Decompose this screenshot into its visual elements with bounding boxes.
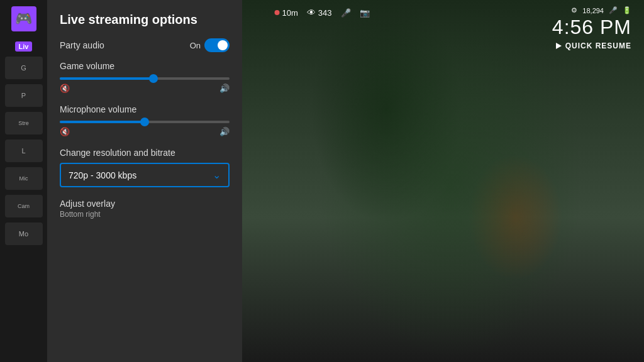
game-volume-icons: 🔇 🔊 xyxy=(60,84,230,93)
sidebar-item-4[interactable]: Mic xyxy=(5,167,43,190)
sidebar-item-5[interactable]: Cam xyxy=(5,195,43,217)
live-streaming-panel: Live streaming options Party audio On Ga… xyxy=(47,0,242,362)
twitch-logo: 🎮 xyxy=(11,6,36,31)
sidebar-item-3[interactable]: L xyxy=(5,140,43,162)
panel-title: Live streaming options xyxy=(60,13,230,27)
viewer-count: 👁 343 xyxy=(307,8,332,18)
sidebar-item-0[interactable]: G xyxy=(5,57,43,79)
game-volume-fill xyxy=(60,77,153,80)
sidebar-item-2[interactable]: Stre xyxy=(5,112,43,134)
sidebar: 🎮 Liv G P Stre L Mic Cam Mo xyxy=(0,0,47,362)
mic-icon: 🎤 xyxy=(341,8,351,18)
battery-icon: 🔋 xyxy=(623,6,631,14)
camera-icon: 📷 xyxy=(360,8,370,18)
overlay-title: Adjust overlay xyxy=(60,199,230,209)
score-icon: ⚙ xyxy=(571,6,577,14)
status-row: ⚙ 18,294 🎤 🔋 xyxy=(552,6,631,14)
microphone-volume-section: Microphone volume 🔇 🔊 xyxy=(60,104,230,136)
live-timer: 10m xyxy=(275,8,298,18)
party-audio-toggle[interactable] xyxy=(204,38,230,52)
game-volume-label: Game volume xyxy=(60,61,230,71)
volume-max-icon: 🔊 xyxy=(219,84,230,93)
resolution-dropdown[interactable]: 720p - 3000 kbps ⌄ xyxy=(60,163,230,187)
microphone-volume-label: Microphone volume xyxy=(60,104,230,114)
party-audio-label: Party audio xyxy=(60,40,104,50)
sidebar-item-1[interactable]: P xyxy=(5,84,43,107)
sidebar-item-6[interactable]: Mo xyxy=(5,222,43,245)
quick-resume-button[interactable]: QUICK RESUME xyxy=(552,41,631,50)
mic-volume-max-icon: 🔊 xyxy=(219,127,230,136)
overlay-subtitle: Bottom right xyxy=(60,210,230,219)
play-icon xyxy=(556,43,562,49)
volume-min-icon: 🔇 xyxy=(60,84,70,93)
score-value: 18,294 xyxy=(582,7,604,14)
clock-time: 4:56 PM xyxy=(552,16,631,39)
microphone-volume-track xyxy=(60,121,230,123)
clock-panel: ⚙ 18,294 🎤 🔋 4:56 PM QUICK RESUME xyxy=(552,6,631,50)
party-audio-row: Party audio On xyxy=(60,38,230,52)
mic-volume-min-icon: 🔇 xyxy=(60,127,70,136)
resolution-label: Change resolution and bitrate xyxy=(60,148,230,158)
microphone-volume-thumb[interactable] xyxy=(140,118,149,126)
mic-status-icon: 🎤 xyxy=(609,6,618,14)
game-volume-section: Game volume 🔇 🔊 xyxy=(60,61,230,93)
microphone-volume-slider-container xyxy=(60,121,230,123)
microphone-volume-icons: 🔇 🔊 xyxy=(60,127,230,136)
chevron-down-icon: ⌄ xyxy=(213,169,221,181)
game-volume-track xyxy=(60,77,230,80)
overlay-section: Adjust overlay Bottom right xyxy=(60,199,230,219)
microphone-volume-fill xyxy=(60,121,145,123)
live-dot xyxy=(275,10,280,15)
toggle-on-label: On xyxy=(190,41,201,50)
hud-bar: 10m 👁 343 🎤 📷 xyxy=(275,8,370,18)
resolution-value: 720p - 3000 kbps xyxy=(69,170,136,180)
game-volume-slider-container xyxy=(60,77,230,80)
game-volume-thumb[interactable] xyxy=(149,74,158,83)
sidebar-live-badge: Liv xyxy=(15,41,33,52)
party-audio-toggle-container: On xyxy=(190,38,230,52)
resolution-section: Change resolution and bitrate 720p - 300… xyxy=(60,148,230,187)
